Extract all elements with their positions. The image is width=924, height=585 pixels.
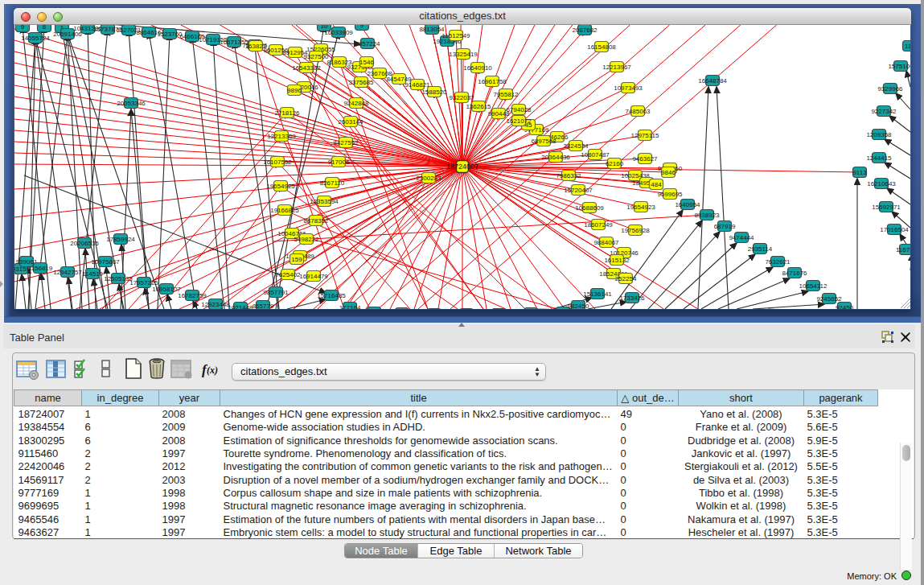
svg-text:9227342: 9227342 (871, 108, 897, 115)
svg-text:12975115: 12975115 (631, 132, 660, 139)
svg-text:10688609: 10688609 (575, 204, 604, 212)
svg-text:9846: 9846 (661, 169, 676, 176)
svg-text:8471676: 8471676 (782, 270, 807, 277)
svg-text:2603144: 2603144 (338, 118, 363, 126)
svg-text:9: 9 (372, 309, 376, 310)
svg-text:1021448: 1021448 (228, 304, 253, 310)
svg-text:2300283: 2300283 (416, 175, 441, 182)
svg-text:116753: 116753 (896, 246, 910, 253)
svg-text:9245652: 9245652 (816, 295, 842, 303)
svg-text:7625402: 7625402 (275, 271, 301, 278)
svg-text:9896: 9896 (287, 87, 302, 94)
svg-text:9242848: 9242848 (343, 100, 369, 107)
svg-text:114519: 114519 (82, 270, 104, 278)
svg-text:9699695: 9699695 (657, 191, 683, 198)
svg-text:1575107: 1575107 (888, 63, 910, 70)
svg-text:10973493: 10973493 (614, 84, 643, 92)
svg-text:8267110: 8267110 (320, 179, 345, 187)
svg-text:9327500: 9327500 (303, 53, 329, 60)
svg-text:252254: 252254 (615, 275, 637, 282)
svg-text:15716485: 15716485 (317, 292, 346, 299)
svg-text:8427552: 8427552 (333, 139, 359, 146)
svg-text:12505135: 12505135 (104, 275, 133, 282)
svg-text:484: 484 (651, 181, 662, 188)
svg-text:20206535: 20206535 (70, 240, 99, 247)
svg-text:8878352: 8878352 (303, 217, 329, 225)
svg-text:16640910: 16640910 (463, 64, 492, 72)
svg-text:7857224: 7857224 (355, 40, 380, 47)
svg-text:15692971: 15692971 (872, 204, 901, 211)
svg-text:20691406: 20691406 (53, 31, 82, 38)
svg-text:1523760: 1523760 (157, 31, 183, 38)
svg-text:15136141: 15136141 (583, 290, 612, 298)
svg-text:8: 8 (43, 25, 47, 31)
svg-text:865779: 865779 (253, 303, 274, 310)
svg-text:3824534: 3824534 (563, 142, 589, 150)
svg-text:159: 159 (291, 256, 302, 263)
svg-text:12353594: 12353594 (310, 198, 339, 205)
svg-text:12923448: 12923448 (201, 301, 230, 308)
svg-text:96: 96 (560, 309, 567, 310)
svg-text:13325419: 13325419 (449, 51, 478, 58)
svg-text:9857791: 9857791 (263, 289, 289, 296)
svg-text:1362615: 1362615 (466, 103, 491, 110)
svg-text:16107552: 16107552 (263, 159, 292, 166)
svg-text:2935114: 2935114 (748, 245, 773, 253)
svg-text:16648784: 16648784 (698, 77, 727, 84)
svg-text:16914479: 16914479 (299, 273, 328, 280)
svg-text:6897568: 6897568 (531, 138, 556, 145)
svg-text:8813054: 8813054 (419, 26, 445, 33)
svg-text:15720407: 15720407 (564, 187, 593, 194)
svg-text:92450: 92450 (836, 304, 854, 310)
svg-text:10975867: 10975867 (91, 258, 120, 266)
svg-text:1588520: 1588520 (421, 89, 447, 96)
svg-text:917006: 917006 (328, 159, 350, 166)
svg-text:18724007: 18724007 (446, 163, 478, 171)
svg-text:687919: 687919 (714, 223, 736, 230)
svg-text:16154808: 16154808 (587, 43, 616, 51)
svg-text:2087682: 2087682 (572, 27, 598, 34)
svg-text:16543382: 16543382 (292, 64, 321, 72)
svg-text:10958107: 10958107 (152, 286, 181, 293)
svg-text:1733426: 1733426 (619, 295, 645, 302)
svg-text:14055724: 14055724 (21, 35, 50, 42)
svg-text:9329966: 9329966 (877, 85, 903, 93)
svg-text:5498222: 5498222 (294, 236, 319, 243)
svg-text:16782759: 16782759 (178, 292, 207, 299)
svg-text:9884067: 9884067 (593, 239, 619, 246)
svg-text:3375685: 3375685 (348, 79, 374, 86)
svg-text:62160: 62160 (606, 160, 624, 167)
svg-text:1640954: 1640954 (675, 201, 700, 208)
svg-text:9463627: 9463627 (632, 155, 658, 163)
svg-text:20364436: 20364436 (541, 154, 570, 161)
svg-text:1546: 1546 (359, 59, 374, 66)
svg-text:177164: 177164 (339, 304, 361, 310)
svg-text:16033809: 16033809 (324, 29, 353, 36)
svg-text:2718126: 2718126 (274, 109, 300, 117)
svg-text:9: 9 (360, 25, 364, 29)
svg-text:7986332: 7986332 (556, 172, 581, 179)
svg-text:8938923: 8938923 (694, 212, 720, 219)
svg-text:1209358: 1209358 (866, 131, 892, 138)
svg-text:1244415: 1244415 (866, 154, 892, 162)
svg-text:6794028: 6794028 (506, 106, 532, 113)
svg-text:9322037: 9322037 (449, 94, 474, 101)
svg-text:16961758: 16961758 (478, 78, 507, 85)
svg-text:111: 111 (905, 43, 910, 50)
svg-text:18607249: 18607249 (584, 221, 613, 229)
svg-text:1156819: 1156819 (28, 265, 53, 272)
svg-text:982450: 982450 (568, 303, 589, 310)
svg-text:1615132: 1615132 (604, 257, 630, 264)
svg-text:19654923: 19654923 (626, 204, 655, 211)
svg-text:10807487: 10807487 (581, 151, 610, 159)
svg-text:10654112: 10654112 (799, 282, 828, 290)
svg-text:19756928: 19756928 (621, 227, 650, 234)
svg-text:(x): (x) (207, 365, 218, 376)
svg-text:990448: 990448 (488, 110, 510, 117)
svg-text:9: 9 (21, 25, 25, 31)
svg-text:7955812: 7955812 (493, 91, 519, 98)
svg-text:17016504: 17016504 (880, 226, 909, 233)
svg-text:16210643: 16210643 (867, 180, 896, 187)
svg-text:12942757: 12942757 (53, 269, 82, 276)
svg-text:1621072: 1621072 (506, 117, 532, 125)
